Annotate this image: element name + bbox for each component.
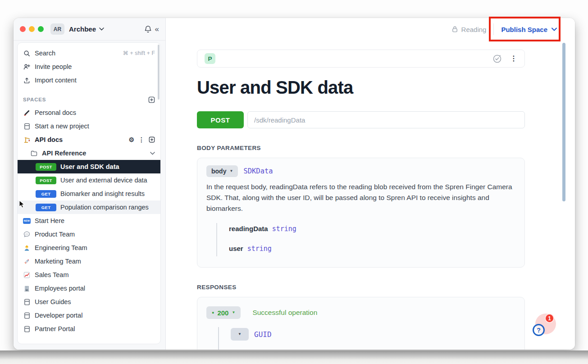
page-badge[interactable]: P [205, 53, 215, 64]
mouse-cursor-icon [19, 200, 26, 209]
kebab-icon[interactable]: ⋮ [510, 55, 517, 62]
reading-mode-indicator[interactable]: Reading [451, 26, 487, 33]
sidebar-endpoint-user-sdk-data[interactable]: POST User and SDK data [18, 160, 160, 173]
workspace-name[interactable]: Archbee [69, 25, 96, 33]
sidebar-item-engineering-team[interactable]: Engineering Team [18, 241, 160, 255]
add-doc-icon[interactable] [149, 136, 155, 143]
sidebar-item-api-reference[interactable]: API Reference [18, 146, 160, 160]
sidebar-item-employees-portal[interactable]: Employees portal [18, 282, 160, 295]
rocket-icon [23, 258, 31, 265]
response-description: Successful operation [252, 309, 317, 317]
chevron-down-icon[interactable] [99, 27, 104, 31]
field-name: user [229, 245, 243, 252]
app-window: AR Archbee « Search ⌘ + shift + F [14, 18, 575, 350]
sidebar-item-search[interactable]: Search ⌘ + shift + F [18, 46, 160, 60]
post-method-badge: POST [36, 177, 56, 184]
kebab-icon[interactable]: ⋮ [138, 136, 145, 143]
chart-up-icon [23, 271, 31, 279]
get-method-badge: GET [36, 190, 56, 198]
lock-icon [451, 26, 458, 33]
collapse-sidebar-icon[interactable]: « [155, 25, 159, 34]
field-type: string [272, 225, 296, 233]
responses-card: ● 200 ▼ Successful operation ▼ GUID [197, 297, 525, 350]
expand-toggle-pill[interactable]: ▼ [231, 328, 249, 341]
start-project-label: Start a new project [35, 123, 89, 130]
office-building-icon [23, 285, 31, 292]
sidebar-header: AR Archbee « [14, 18, 165, 41]
sidebar-item-product-team[interactable]: Product Team [18, 228, 160, 241]
new-badge-icon: NEW [23, 217, 31, 225]
body-schema-link[interactable]: SDKData [243, 167, 273, 175]
reading-label: Reading [461, 26, 487, 33]
construction-crane-emoji-icon [23, 136, 31, 144]
sidebar-item-user-guides[interactable]: User Guides [18, 295, 160, 309]
workspace-avatar[interactable]: AR [50, 23, 64, 35]
sidebar-item-developer-portal[interactable]: Developer portal [18, 309, 160, 322]
window-minimize-button[interactable] [29, 26, 35, 32]
field-row: readingData string [229, 225, 515, 233]
sidebar-item-import[interactable]: Import content [18, 73, 160, 87]
sidebar-item-marketing-team[interactable]: Marketing Team [18, 255, 160, 268]
sidebar-item-api-docs[interactable]: API docs ⚙ ⋮ [18, 133, 160, 146]
body-parameters-heading: BODY PARAMETERS [197, 145, 525, 151]
responses-heading: RESPONSES [197, 284, 525, 291]
worker-icon [23, 244, 31, 252]
search-icon [23, 50, 31, 57]
speech-bubble-icon [23, 231, 31, 238]
sidebar-scrollbar[interactable] [158, 45, 160, 100]
window-zoom-button[interactable] [38, 26, 44, 32]
sidebar-endpoint-biomarker[interactable]: GET Biomarker and insight results [18, 187, 160, 200]
help-widget[interactable]: ? 1 [531, 313, 557, 339]
triangle-down-icon: ▼ [238, 332, 242, 336]
help-question-icon[interactable]: ? [533, 324, 545, 336]
notification-badge: 1 [545, 314, 554, 323]
sidebar-item-personal-docs[interactable]: Personal docs [18, 106, 160, 119]
endpoint-row: POST [197, 111, 525, 128]
field-row: user string [229, 245, 515, 253]
post-method-button[interactable]: POST [197, 111, 244, 128]
bell-icon[interactable] [144, 25, 152, 33]
body-dropdown-pill[interactable]: body ▼ [206, 165, 238, 177]
chevron-down-icon [552, 27, 557, 31]
sidebar-item-start-here[interactable]: NEW Start Here [18, 214, 160, 228]
get-method-badge: GET [36, 204, 56, 211]
post-method-badge: POST [36, 163, 56, 171]
book-icon [23, 312, 31, 319]
sidebar-item-start-project[interactable]: Start a new project [18, 119, 160, 133]
endpoint-url-input[interactable] [247, 111, 525, 128]
page-title: User and SDK data [197, 77, 525, 98]
sidebar-item-invite[interactable]: Invite people [18, 60, 160, 73]
response-schema-tree: ▼ GUID guid integer [218, 327, 515, 350]
sidebar-endpoint-external-device[interactable]: POST User and external device data [18, 173, 160, 187]
content-scrollbar[interactable] [562, 43, 565, 201]
status-200-pill[interactable]: ● 200 ▼ [206, 306, 241, 319]
invite-people-label: Invite people [35, 63, 72, 70]
sidebar-item-partner-portal[interactable]: Partner Portal [18, 322, 160, 336]
search-shortcut: ⌘ + shift + F [123, 50, 155, 56]
collapse-folder-icon[interactable] [150, 152, 155, 155]
publish-space-button[interactable]: Publish Space [501, 26, 557, 33]
status-dot-icon: ● [212, 311, 214, 315]
triangle-down-icon: ▼ [229, 169, 233, 173]
gear-icon[interactable]: ⚙ [128, 136, 134, 143]
field-type: string [247, 245, 272, 253]
response-schema-link[interactable]: GUID [254, 330, 272, 339]
body-description: In the request body, readingData refers … [206, 182, 515, 214]
add-space-icon[interactable] [148, 96, 155, 103]
spaces-heading: SPACES [18, 93, 160, 106]
sidebar-endpoint-population[interactable]: GET Population comparison ranges [18, 200, 160, 214]
book-icon [23, 123, 31, 130]
check-circle-icon[interactable] [492, 54, 502, 64]
page-toolbar: P ⋮ [197, 50, 525, 68]
field-name: readingData [229, 225, 268, 232]
window-close-button[interactable] [20, 26, 26, 32]
folder-icon [30, 150, 38, 157]
sidebar-item-sales-team[interactable]: Sales Team [18, 268, 160, 282]
screenshot-bottom-edge [0, 350, 588, 364]
book-icon [23, 325, 31, 333]
main-header: Reading Publish Space [166, 18, 575, 41]
pen-emoji-icon [23, 109, 31, 117]
sidebar: AR Archbee « Search ⌘ + shift + F [14, 18, 166, 350]
body-parameters-card: body ▼ SDKData In the request body, read… [197, 158, 525, 268]
api-docs-label: API docs [35, 136, 63, 143]
